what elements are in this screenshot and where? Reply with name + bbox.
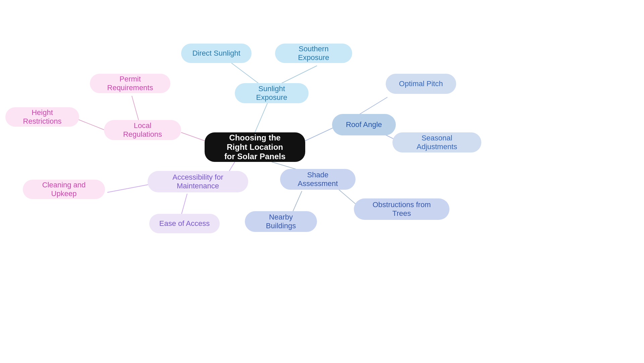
nearby-buildings-node: Nearby Buildings — [245, 211, 317, 232]
accessibility-node: Accessibility for Maintenance — [148, 171, 248, 192]
svg-line-1 — [231, 63, 258, 83]
svg-line-3 — [181, 132, 205, 141]
southern-exposure-node: Southern Exposure — [275, 44, 352, 63]
optimal-pitch-node: Optimal Pitch — [386, 74, 456, 94]
shade-assessment-node: Shade Assessment — [280, 169, 356, 190]
cleaning-upkeep-node: Cleaning and Upkeep — [23, 180, 105, 199]
obstructions-trees-node: Obstructions from Trees — [354, 198, 449, 220]
sunlight-exposure-node: Sunlight Exposure — [235, 83, 309, 103]
svg-line-2 — [282, 66, 317, 83]
mind-map: Choosing the Right Locationfor Solar Pan… — [0, 0, 644, 363]
svg-line-4 — [132, 96, 139, 122]
permit-requirements-node: Permit Requirements — [90, 74, 170, 93]
roof-angle-node: Roof Angle — [332, 114, 396, 135]
seasonal-adjustments-node: Seasonal Adjustments — [392, 132, 481, 153]
svg-line-13 — [292, 191, 302, 214]
center-node: Choosing the Right Locationfor Solar Pan… — [205, 132, 305, 162]
direct-sunlight-node: Direct Sunlight — [181, 44, 252, 63]
svg-line-11 — [181, 194, 187, 216]
height-restrictions-node: Height Restrictions — [5, 107, 79, 127]
local-regulations-node: Local Regulations — [104, 120, 181, 140]
svg-line-6 — [305, 127, 335, 141]
ease-of-access-node: Ease of Access — [149, 214, 220, 233]
